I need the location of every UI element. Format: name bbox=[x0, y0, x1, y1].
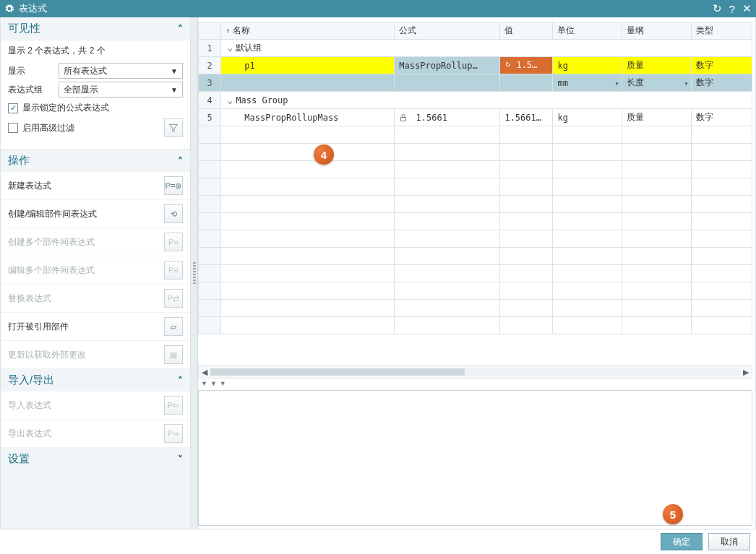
import-icon: P⇐ bbox=[164, 396, 183, 415]
section-actions-header[interactable]: 操作 ˄ bbox=[1, 150, 190, 172]
table-row[interactable] bbox=[199, 178, 752, 196]
show-select-value: 所有表达式 bbox=[64, 65, 107, 77]
section-visibility-title: 可见性 bbox=[8, 22, 40, 35]
main-area: ↑名称 公式 值 单位 量纲 类型 1 ⌄默认组 2 p1 bbox=[198, 17, 755, 529]
table-row[interactable] bbox=[199, 248, 752, 265]
horizontal-scrollbar[interactable]: ◀ ▶ bbox=[198, 365, 752, 378]
table-row[interactable] bbox=[199, 230, 752, 248]
section-actions-body: 新建表达式 P=⊕ 创建/编辑部件间表达式 ⟲ 创建多个部件间表达式 P≡ 编辑… bbox=[1, 172, 190, 369]
section-io-header[interactable]: 导入/导出 ˄ bbox=[1, 369, 190, 391]
section-settings-title: 设置 bbox=[8, 452, 30, 466]
open-part-icon: ▱ bbox=[164, 317, 183, 336]
scroll-right-icon[interactable]: ▶ bbox=[740, 368, 752, 377]
gear-icon bbox=[4, 4, 14, 14]
chevron-down-icon: ▾ bbox=[684, 79, 688, 87]
col-value[interactable]: 值 bbox=[500, 22, 553, 40]
table-row[interactable] bbox=[199, 282, 752, 300]
table-row[interactable] bbox=[199, 144, 752, 161]
section-visibility-header[interactable]: 可见性 ˄ bbox=[1, 17, 190, 40]
scroll-track[interactable] bbox=[210, 368, 740, 376]
table-row[interactable]: 5 MassPropRollupMass 1.5661 1.5661… kg 质… bbox=[199, 109, 752, 126]
table-row[interactable] bbox=[199, 300, 752, 317]
show-label: 显示 bbox=[8, 65, 59, 77]
panel-splitter[interactable] bbox=[191, 17, 198, 529]
action-import-expression: 导入表达式 P⇐ bbox=[1, 391, 190, 420]
chevron-down-icon: ˅ bbox=[178, 454, 183, 465]
chevron-up-icon: ˄ bbox=[178, 375, 183, 386]
group-collapse-icon[interactable]: ⌄ bbox=[225, 95, 234, 105]
svg-rect-0 bbox=[401, 118, 406, 121]
action-new-expression[interactable]: 新建表达式 P=⊕ bbox=[1, 172, 190, 200]
table-row[interactable] bbox=[199, 213, 752, 230]
show-select[interactable]: 所有表达式 ▼ bbox=[59, 63, 183, 79]
col-name[interactable]: ↑名称 bbox=[221, 22, 395, 40]
advfilter-label: 启用高级过滤 bbox=[22, 122, 74, 134]
pane-toggle-1[interactable]: ▼ bbox=[201, 380, 207, 387]
action-interpart-expression[interactable]: 创建/编辑部件间表达式 ⟲ bbox=[1, 200, 190, 228]
col-dimension[interactable]: 量纲 bbox=[622, 22, 692, 40]
refresh-button[interactable]: ↻ bbox=[713, 2, 722, 15]
chevron-down-icon: ▾ bbox=[614, 79, 619, 87]
table-row[interactable] bbox=[199, 265, 752, 282]
chevron-down-icon: ▼ bbox=[171, 86, 178, 94]
action-export-expression: 导出表达式 P⇒ bbox=[1, 420, 190, 448]
close-button[interactable]: ✕ bbox=[742, 2, 752, 15]
action-edit-multi-interpart: 编辑多个部件间表达式 P≡ bbox=[1, 256, 190, 285]
section-settings-header[interactable]: 设置 ˅ bbox=[1, 448, 190, 470]
cancel-button[interactable]: 取消 bbox=[708, 533, 750, 550]
scroll-thumb[interactable] bbox=[210, 368, 465, 376]
table-row[interactable]: 3 mm▾ 长度▾ 数字 bbox=[199, 74, 752, 92]
expression-grid-wrap: ↑名称 公式 值 单位 量纲 类型 1 ⌄默认组 2 p1 bbox=[198, 22, 752, 365]
action-create-multi-interpart: 创建多个部件间表达式 P≡ bbox=[1, 228, 190, 256]
col-formula[interactable]: 公式 bbox=[395, 22, 500, 40]
lock-icon bbox=[399, 113, 408, 122]
advfilter-checkbox[interactable] bbox=[8, 123, 18, 133]
group-select[interactable]: 全部显示 ▼ bbox=[59, 82, 183, 98]
multi-create-icon: P≡ bbox=[164, 233, 183, 251]
lock-checkbox[interactable]: ✓ bbox=[8, 103, 18, 113]
visibility-summary: 显示 2 个表达式，共 2 个 bbox=[8, 45, 183, 57]
multi-edit-icon: P≡ bbox=[164, 261, 183, 280]
window-title: 表达式 bbox=[19, 2, 47, 15]
section-actions-title: 操作 bbox=[8, 154, 30, 168]
group-collapse-icon[interactable]: ⌄ bbox=[225, 43, 234, 53]
grid-header-row: ↑名称 公式 值 单位 量纲 类型 bbox=[199, 22, 752, 40]
col-unit[interactable]: 单位 bbox=[553, 22, 622, 40]
replace-icon: P⇄ bbox=[164, 289, 183, 308]
link-icon: ⟲ bbox=[164, 204, 183, 223]
table-row[interactable] bbox=[199, 317, 752, 334]
export-icon: P⇒ bbox=[164, 424, 183, 443]
pane-toggle-3[interactable]: ▼ bbox=[220, 380, 226, 387]
group-select-value: 全部显示 bbox=[64, 84, 98, 96]
table-row[interactable]: 2 p1 MassPropRollup… 1.5… kg 质量 数字 bbox=[199, 57, 752, 74]
dialog-footer: 确定 取消 bbox=[0, 529, 756, 554]
left-panel: 可见性 ˄ 显示 2 个表达式，共 2 个 显示 所有表达式 ▼ 表达式组 全部… bbox=[1, 17, 191, 529]
action-update-external: 更新以获取外部更改 ▦ bbox=[1, 341, 190, 369]
col-type[interactable]: 类型 bbox=[692, 22, 752, 40]
new-expression-icon: P=⊕ bbox=[164, 176, 183, 195]
window-titlebar: 表达式 ↻ ? ✕ bbox=[0, 0, 756, 17]
sort-asc-icon: ↑ bbox=[225, 27, 230, 35]
table-row[interactable]: 1 ⌄默认组 bbox=[199, 40, 752, 57]
section-visibility-body: 显示 2 个表达式，共 2 个 显示 所有表达式 ▼ 表达式组 全部显示 ▼ ✓… bbox=[1, 40, 190, 150]
table-row[interactable] bbox=[199, 161, 752, 178]
section-io-title: 导入/导出 bbox=[8, 373, 54, 387]
pane-toggle-2[interactable]: ▼ bbox=[210, 380, 217, 387]
scroll-left-icon[interactable]: ◀ bbox=[199, 368, 210, 377]
chevron-up-icon: ˄ bbox=[178, 23, 183, 35]
chevron-up-icon: ˄ bbox=[178, 155, 183, 167]
chevron-down-icon: ▼ bbox=[171, 67, 178, 75]
update-icon: ▦ bbox=[164, 345, 183, 364]
table-row[interactable] bbox=[199, 126, 752, 144]
group-label: 表达式组 bbox=[8, 84, 59, 96]
table-row[interactable] bbox=[199, 196, 752, 213]
action-open-referenced-part[interactable]: 打开被引用部件 ▱ bbox=[1, 313, 190, 341]
table-row[interactable]: 4 ⌄Mass Group bbox=[199, 92, 752, 109]
help-button[interactable]: ? bbox=[729, 3, 735, 15]
expression-grid[interactable]: ↑名称 公式 值 单位 量纲 类型 1 ⌄默认组 2 p1 bbox=[198, 22, 752, 334]
col-rownum[interactable] bbox=[199, 22, 221, 40]
details-pane[interactable] bbox=[198, 390, 752, 526]
refresh-icon bbox=[504, 61, 515, 71]
filter-icon-button[interactable] bbox=[164, 118, 183, 137]
ok-button[interactable]: 确定 bbox=[661, 533, 703, 550]
